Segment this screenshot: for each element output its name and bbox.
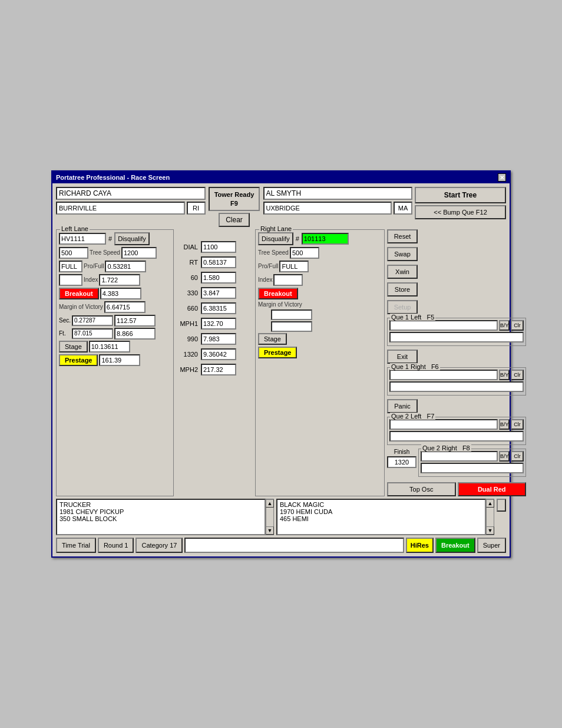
que2-left-by-button[interactable]: B/Y (499, 419, 510, 430)
left-name-input[interactable] (56, 187, 206, 200)
left-treespeed-input[interactable] (59, 247, 88, 259)
clear-button[interactable]: Clear (219, 213, 250, 227)
left-car-info-container: TRUCKER 1981 CHEVY PICKUP 350 SMALL BLOC… (56, 499, 274, 535)
right-mph2-input[interactable] (201, 364, 236, 375)
right-state-input[interactable] (394, 202, 412, 215)
right-breakout-button[interactable]: Breakout (258, 288, 298, 299)
que1-left-group: Que 1 Left F5 B/Y Clr (387, 318, 526, 346)
setup-button[interactable]: Setup (387, 300, 418, 314)
right-car-scroll-down[interactable]: ▼ (486, 526, 494, 535)
round-button[interactable]: Round 1 (98, 538, 134, 553)
right-660-input[interactable] (201, 302, 236, 314)
swap-button[interactable]: Swap (387, 247, 418, 261)
right-mph1-input[interactable] (201, 318, 236, 330)
top-osc-button[interactable]: Top Osc (387, 482, 456, 496)
que1-left-clr-button[interactable]: Clr (511, 320, 524, 331)
right-1320-input[interactable] (201, 348, 236, 360)
left-ft-input[interactable] (72, 328, 113, 339)
right-car-scroll-up[interactable]: ▲ (486, 499, 494, 508)
status-extra-input[interactable] (184, 538, 404, 553)
right-prestage-button[interactable]: Prestage (258, 347, 297, 358)
left-car-line2: 1981 CHEVY PICKUP (59, 508, 262, 515)
start-tree-button[interactable]: Start Tree (415, 187, 506, 203)
que1-left-input2[interactable] (389, 332, 524, 342)
que2-left-clr-button[interactable]: Clr (511, 419, 524, 430)
que2-left-label: Que 2 Left F7 (390, 413, 435, 420)
dual-red-button[interactable]: Dual Red (458, 482, 527, 496)
close-button[interactable]: ✕ (498, 173, 506, 182)
left-stage-button[interactable]: Stage (59, 341, 88, 353)
hires-button[interactable]: HiRes (406, 538, 434, 553)
left-sec-input[interactable] (72, 315, 113, 326)
right-330-input[interactable] (201, 287, 236, 299)
exit-button[interactable]: Exit (387, 350, 418, 364)
que2-right-input1[interactable] (421, 451, 498, 462)
que1-right-input1[interactable] (389, 370, 498, 380)
left-prestage-button[interactable]: Prestage (59, 354, 98, 366)
que1-right-row1: B/Y Clr (389, 370, 524, 380)
status-bar: Time Trial Round 1 Category 17 HiRes Bre… (56, 538, 506, 553)
main-window: Portatree Professional - Race Screen ✕ T… (51, 170, 511, 558)
que2-right-input2[interactable] (421, 463, 524, 473)
right-sec-input[interactable] (271, 309, 312, 320)
right-ft-input[interactable] (271, 321, 312, 332)
que1-left-input1[interactable] (389, 320, 498, 331)
ll-sec-row: Sec. (59, 315, 171, 327)
category-button[interactable]: Category 17 (135, 538, 183, 553)
left-index-val-input[interactable] (99, 274, 140, 286)
que1-right-input2[interactable] (389, 381, 524, 392)
que2-left-input2[interactable] (389, 431, 524, 442)
right-disqualify-button[interactable]: Disqualify (258, 232, 293, 245)
left-1320-input[interactable] (99, 354, 140, 366)
right-city-input[interactable] (263, 202, 392, 215)
time-trial-button[interactable]: Time Trial (56, 538, 96, 553)
que2-left-input1[interactable] (389, 419, 498, 430)
left-breakout-button[interactable]: Breakout (59, 288, 99, 299)
que2-right-by-button[interactable]: B/Y (499, 451, 510, 462)
left-330-input[interactable] (104, 301, 146, 313)
as-button[interactable] (497, 499, 506, 512)
left-car-scroll-down[interactable]: ▼ (266, 526, 274, 535)
left-60-input[interactable] (100, 288, 141, 299)
left-car-scroll-up[interactable]: ▲ (266, 499, 274, 508)
right-990-input[interactable] (201, 333, 236, 345)
que2-right-clr-button[interactable]: Clr (511, 451, 524, 462)
left-index-input[interactable] (59, 274, 82, 286)
left-lane-label: Left Lane (60, 225, 90, 232)
right-name-input[interactable] (263, 187, 413, 200)
right-index-input[interactable] (273, 274, 303, 286)
xwin-button[interactable]: Xwin (387, 265, 418, 279)
left-mph1-input[interactable] (114, 328, 156, 340)
left-rt-input[interactable] (105, 261, 146, 272)
que1-left-by-button[interactable]: B/Y (499, 320, 510, 331)
que1-right-by-button[interactable]: B/Y (499, 370, 510, 380)
left-city-input[interactable] (56, 202, 185, 215)
left-car-scrollbar: ▲ ▼ (266, 499, 274, 535)
right-id-input[interactable] (302, 233, 349, 245)
right-dial-input[interactable] (201, 241, 236, 253)
left-id-input[interactable] (59, 233, 106, 245)
left-990-input[interactable] (89, 341, 130, 353)
right-profull-input[interactable] (279, 261, 309, 272)
left-dial-input[interactable] (121, 247, 157, 259)
center-990-row: 990 (176, 333, 253, 345)
header-center: Tower Ready F9 Clear (208, 187, 261, 227)
left-profull-input[interactable] (59, 261, 82, 272)
right-treespeed-input[interactable] (290, 247, 319, 259)
center-mph2-label: MPH2 (176, 366, 200, 373)
right-stage-button[interactable]: Stage (258, 333, 287, 345)
finish-input[interactable] (387, 456, 416, 468)
breakout-bottom-button[interactable]: Breakout (435, 538, 475, 553)
super-button[interactable]: Super (477, 538, 506, 553)
panic-button[interactable]: Panic (387, 399, 418, 413)
right-rt-input[interactable] (201, 256, 236, 268)
left-disqualify-button[interactable]: Disqualify (114, 232, 150, 245)
store-button[interactable]: Store (387, 282, 418, 297)
left-660-input[interactable] (114, 315, 156, 327)
reset-button[interactable]: Reset (387, 229, 418, 243)
center-panel: DIAL RT 60 330 660 (176, 229, 253, 496)
left-state-input[interactable] (187, 202, 206, 215)
bump-que-button[interactable]: << Bump Que F12 (415, 205, 506, 219)
que1-right-clr-button[interactable]: Clr (511, 370, 524, 380)
right-60-input[interactable] (201, 272, 236, 284)
